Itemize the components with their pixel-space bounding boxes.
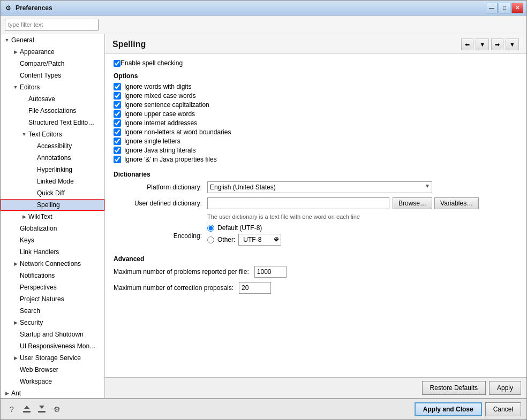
title-bar: ⚙ Preferences — □ ✕: [1, 1, 526, 16]
max-corrections-row: Maximum number of correction proposals:: [114, 282, 518, 294]
encoding-default-radio[interactable]: [207, 225, 214, 232]
sidebar-item-spelling[interactable]: Spelling: [1, 199, 104, 211]
sidebar-item-file-associations[interactable]: File Associations: [1, 105, 104, 117]
option-ignore-ampersand-checkbox[interactable]: [114, 156, 121, 163]
sidebar-item-ant[interactable]: ▶ Ant: [1, 387, 104, 398]
encoding-other-label[interactable]: Other:: [217, 236, 235, 243]
panel-content: Enable spell checking Options Ignore wor…: [105, 54, 526, 377]
sidebar-item-editors[interactable]: ▼ Editors: [1, 81, 104, 93]
sidebar-item-globalization[interactable]: Globalization: [1, 223, 104, 234]
sidebar-item-wikitext[interactable]: ▶ WikiText: [1, 211, 104, 223]
expand-icon-globalization: [11, 224, 20, 233]
maximize-button[interactable]: □: [499, 3, 510, 13]
sidebar-item-quick-diff[interactable]: Quick Diff: [1, 187, 104, 199]
option-ignore-upper-label[interactable]: Ignore upper case words: [124, 110, 195, 118]
option-ignore-sentence-checkbox[interactable]: [114, 101, 121, 109]
option-ignore-digits-checkbox[interactable]: [114, 83, 121, 90]
platform-dictionary-row: Platform dictionary: English (United Sta…: [114, 181, 518, 193]
option-ignore-non-letters-checkbox[interactable]: [114, 128, 121, 136]
expand-icon-general: ▼: [3, 36, 11, 44]
option-ignore-single-checkbox[interactable]: [114, 138, 121, 145]
expand-icon-link-handlers: [11, 248, 20, 256]
forward-button[interactable]: ➡: [491, 39, 503, 50]
close-button[interactable]: ✕: [511, 3, 523, 13]
filter-input[interactable]: [5, 19, 99, 30]
expand-icon-keys: [11, 236, 20, 245]
option-ignore-sentence-label[interactable]: Ignore sentence capitalization: [124, 101, 209, 109]
option-ignore-internet-checkbox[interactable]: [114, 119, 121, 127]
sidebar-item-hyperlinking[interactable]: Hyperlinking: [1, 164, 104, 175]
encoding-row: Encoding: Default (UTF-8) Other:: [114, 224, 518, 248]
nav-forward-dropdown[interactable]: ▼: [506, 39, 519, 50]
sidebar-item-general[interactable]: ▼ General: [1, 34, 104, 46]
apply-and-close-button[interactable]: Apply and Close: [415, 402, 482, 416]
platform-dictionary-dropdown-wrapper: English (United States) English (UK) Ger…: [207, 181, 432, 193]
advanced-section-title: Advanced: [114, 255, 518, 263]
sidebar-item-ui-responsiveness[interactable]: UI Responsiveness Mon…: [1, 340, 104, 352]
sidebar-item-search[interactable]: Search: [1, 305, 104, 317]
enable-spell-check-label[interactable]: Enable spell checking: [121, 59, 183, 67]
sidebar-item-compare-patch[interactable]: Compare/Patch: [1, 58, 104, 70]
sidebar-item-project-natures[interactable]: Project Natures: [1, 293, 104, 305]
option-ignore-upper-checkbox[interactable]: [114, 110, 121, 118]
restore-defaults-button[interactable]: Restore Defaults: [422, 381, 486, 395]
right-panel: Spelling ⬅ ▼ ➡ ▼ Enable spell checking: [105, 34, 526, 398]
sidebar-item-user-storage[interactable]: ▶ User Storage Service: [1, 352, 104, 364]
variables-button[interactable]: Variables…: [434, 197, 479, 209]
platform-dictionary-dropdown[interactable]: English (United States) English (UK) Ger…: [207, 181, 432, 193]
user-dictionary-input[interactable]: [207, 197, 389, 209]
sidebar-item-notifications[interactable]: Notifications: [1, 270, 104, 281]
import-icon[interactable]: [21, 403, 33, 415]
option-ignore-java-string-checkbox[interactable]: [114, 147, 121, 154]
sidebar-item-content-types[interactable]: Content Types: [1, 70, 104, 81]
option-ignore-digits-label[interactable]: Ignore words with digits: [124, 83, 191, 90]
sidebar-item-perspectives[interactable]: Perspectives: [1, 281, 104, 293]
cancel-button[interactable]: Cancel: [485, 402, 521, 416]
minimize-button[interactable]: —: [486, 3, 498, 13]
option-ignore-mixed-checkbox[interactable]: [114, 92, 121, 100]
sidebar-item-appearance[interactable]: ▶ Appearance: [1, 46, 104, 58]
app-icon: ⚙: [4, 4, 12, 12]
option-ignore-non-letters-row: Ignore non-letters at word boundaries: [114, 128, 518, 136]
sidebar-item-keys[interactable]: Keys: [1, 234, 104, 246]
expand-icon-ui-resp: [11, 342, 20, 350]
max-corrections-input[interactable]: [239, 282, 271, 294]
sidebar-item-link-handlers[interactable]: Link Handlers: [1, 246, 104, 258]
expand-icon-project-natures: [11, 295, 20, 303]
encoding-default-label[interactable]: Default (UTF-8): [217, 224, 262, 232]
sidebar-item-accessibility[interactable]: Accessibility: [1, 140, 104, 152]
option-ignore-internet-label[interactable]: Ignore internet addresses: [124, 119, 197, 127]
sidebar-item-autosave[interactable]: Autosave: [1, 93, 104, 105]
max-problems-label: Maximum number of problems reported per …: [114, 268, 254, 276]
sidebar-item-security[interactable]: ▶ Security: [1, 317, 104, 329]
sidebar-item-workspace[interactable]: Workspace: [1, 376, 104, 387]
encoding-other-radio[interactable]: [207, 236, 214, 243]
expand-icon-spelling: [28, 201, 37, 209]
preferences-icon[interactable]: ⚙: [51, 403, 63, 415]
option-ignore-non-letters-label[interactable]: Ignore non-letters at word boundaries: [124, 128, 231, 136]
sidebar-item-annotations[interactable]: Annotations: [1, 152, 104, 164]
option-ignore-java-string-label[interactable]: Ignore Java string literals: [124, 147, 195, 154]
max-problems-input[interactable]: [254, 266, 287, 278]
nav-dropdown-button[interactable]: ▼: [476, 39, 489, 50]
browse-button[interactable]: Browse…: [393, 197, 432, 209]
help-icon[interactable]: ?: [6, 403, 18, 415]
svg-rect-0: [23, 411, 31, 413]
expand-icon-network: ▶: [11, 259, 20, 268]
option-ignore-ampersand-label[interactable]: Ignore '&' in Java properties files: [124, 156, 217, 163]
encoding-other-dropdown[interactable]: UTF-8 ISO-8859-1 UTF-16: [238, 234, 281, 246]
sidebar-item-linked-mode[interactable]: Linked Mode: [1, 175, 104, 187]
sidebar-item-startup-shutdown[interactable]: Startup and Shutdown: [1, 329, 104, 340]
option-ignore-single-label[interactable]: Ignore single letters: [124, 138, 180, 145]
sidebar-item-network-connections[interactable]: ▶ Network Connections: [1, 258, 104, 270]
sidebar-item-structured-text[interactable]: Structured Text Edito…: [1, 117, 104, 128]
sidebar-item-web-browser[interactable]: Web Browser: [1, 364, 104, 376]
option-ignore-mixed-label[interactable]: Ignore mixed case words: [124, 92, 195, 100]
enable-spell-check-checkbox[interactable]: [114, 60, 121, 67]
platform-dictionary-label: Platform dictionary:: [114, 184, 207, 191]
apply-button[interactable]: Apply: [489, 381, 521, 395]
option-ignore-internet-row: Ignore internet addresses: [114, 119, 518, 127]
sidebar-item-text-editors[interactable]: ▼ Text Editors: [1, 128, 104, 140]
export-icon[interactable]: [36, 403, 48, 415]
back-button[interactable]: ⬅: [461, 39, 473, 50]
